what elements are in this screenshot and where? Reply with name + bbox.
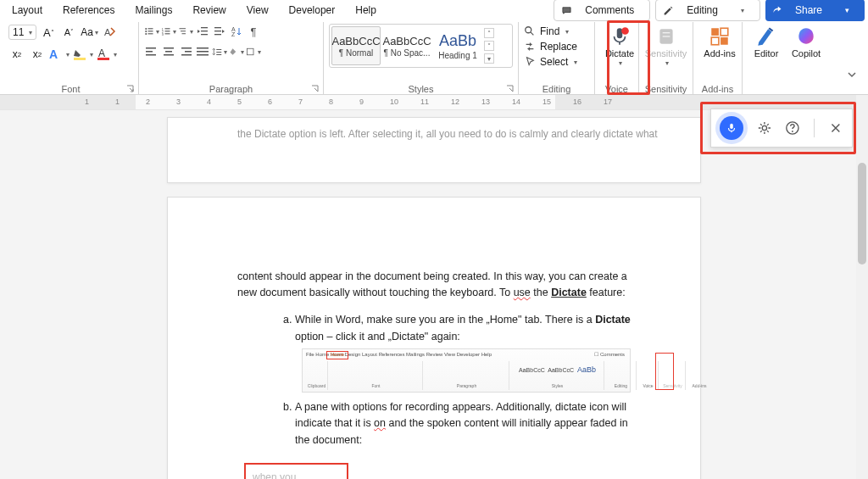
group-paragraph: ▾ 123▾ ▾ AZ ¶ ▾ ▾ ▾ Paragraph bbox=[139, 22, 324, 95]
body-text: content should appear in the document be… bbox=[237, 269, 631, 302]
shrink-font-button[interactable]: A˅ bbox=[60, 24, 77, 41]
align-right-button[interactable] bbox=[178, 44, 193, 59]
share-button[interactable]: Share ▾ bbox=[765, 0, 865, 21]
ruler-tick: 2 bbox=[146, 97, 150, 106]
dictate-button[interactable]: Dictate ▾ bbox=[598, 24, 641, 80]
svg-rect-43 bbox=[248, 48, 254, 55]
find-button[interactable]: Find ▾ bbox=[524, 24, 589, 39]
style-no-spacing[interactable]: AaBbCcC ¶ No Spac... bbox=[382, 26, 431, 65]
paragraph-dialog-launcher[interactable] bbox=[311, 84, 320, 92]
addins-button[interactable]: Add-ins bbox=[698, 24, 741, 80]
svg-rect-2 bbox=[74, 58, 86, 60]
ruler-tick: 10 bbox=[390, 97, 398, 106]
group-label-font: Font bbox=[3, 84, 138, 94]
page-2[interactable]: content should appear in the document be… bbox=[167, 197, 701, 479]
justify-button[interactable] bbox=[195, 44, 210, 59]
subscript-button[interactable]: x2 bbox=[8, 46, 25, 63]
menu-review[interactable]: Review bbox=[184, 2, 234, 19]
style-name: Heading 1 bbox=[438, 51, 477, 60]
align-left-button[interactable] bbox=[144, 44, 159, 59]
comments-button[interactable]: Comments bbox=[554, 0, 650, 21]
style-normal[interactable]: AaBbCcC ¶ Normal bbox=[331, 26, 381, 65]
increase-indent-button[interactable] bbox=[212, 24, 227, 39]
svg-rect-19 bbox=[182, 33, 186, 34]
svg-rect-4 bbox=[97, 58, 109, 60]
font-size-combo[interactable]: 11▾ bbox=[8, 25, 36, 40]
vertical-scrollbar[interactable] bbox=[856, 95, 868, 479]
dictation-mic-button[interactable] bbox=[720, 116, 743, 140]
shading-button[interactable]: ▾ bbox=[229, 44, 244, 59]
editor-button[interactable]: Editor bbox=[748, 24, 785, 80]
show-marks-button[interactable]: ¶ bbox=[246, 24, 261, 39]
svg-point-44 bbox=[526, 27, 531, 33]
microphone-icon bbox=[609, 25, 631, 47]
svg-rect-36 bbox=[181, 54, 192, 56]
svg-rect-39 bbox=[197, 54, 209, 56]
borders-button[interactable]: ▾ bbox=[246, 44, 261, 59]
svg-rect-37 bbox=[197, 47, 209, 49]
change-case-button[interactable]: Aa▾ bbox=[81, 24, 98, 41]
group-voice: Dictate ▾ Voice bbox=[595, 22, 639, 95]
editing-mode-button[interactable]: Editing ▾ bbox=[655, 0, 760, 21]
chevron-down-icon: ▾ bbox=[574, 58, 577, 66]
replace-icon bbox=[524, 41, 536, 53]
page-1[interactable]: the Dictate option is left. After select… bbox=[167, 117, 701, 183]
find-label: Find bbox=[540, 25, 559, 37]
decrease-indent-button[interactable] bbox=[195, 24, 210, 39]
menu-help[interactable]: Help bbox=[347, 2, 385, 19]
line-spacing-button[interactable]: ▾ bbox=[212, 44, 227, 59]
numbering-button[interactable]: 123▾ bbox=[161, 24, 176, 39]
ruler-tick: 7 bbox=[298, 97, 303, 106]
copilot-button[interactable]: Copilot bbox=[787, 24, 825, 80]
style-heading1[interactable]: AaBb Heading 1 bbox=[433, 26, 482, 65]
multilevel-list-button[interactable]: ▾ bbox=[178, 24, 193, 39]
ruler-tick: 14 bbox=[512, 97, 520, 106]
menu-mailings[interactable]: Mailings bbox=[126, 2, 181, 19]
svg-point-9 bbox=[145, 33, 147, 35]
replace-button[interactable]: Replace bbox=[524, 39, 589, 54]
menu-view[interactable]: View bbox=[238, 2, 277, 19]
editor-label: Editor bbox=[754, 48, 779, 58]
select-button[interactable]: Select ▾ bbox=[524, 54, 589, 70]
menu-developer[interactable]: Developer bbox=[281, 2, 344, 19]
font-color-button[interactable]: A▾ bbox=[97, 46, 117, 63]
gear-icon[interactable] bbox=[757, 120, 772, 136]
clear-formatting-button[interactable]: A bbox=[102, 24, 119, 41]
menu-layout[interactable]: Layout bbox=[3, 2, 51, 19]
scroll-thumb[interactable] bbox=[858, 163, 866, 265]
svg-text:Z: Z bbox=[231, 31, 236, 37]
style-name: ¶ No Spac... bbox=[384, 48, 431, 58]
svg-point-7 bbox=[145, 31, 147, 32]
grow-font-button[interactable]: A˄ bbox=[40, 24, 57, 41]
menu-references[interactable]: References bbox=[54, 2, 123, 19]
align-center-button[interactable] bbox=[161, 44, 176, 59]
svg-rect-28 bbox=[146, 47, 156, 49]
ruler-tick: 8 bbox=[329, 97, 333, 106]
help-icon[interactable] bbox=[785, 120, 800, 136]
text-effects-button[interactable]: A▾ bbox=[49, 46, 70, 63]
list-item: While in Word, make sure you are in the … bbox=[295, 312, 631, 393]
list-item: A pane with options for recording appear… bbox=[295, 399, 631, 448]
svg-rect-18 bbox=[181, 31, 186, 31]
styles-dialog-launcher[interactable] bbox=[506, 84, 515, 92]
svg-rect-31 bbox=[164, 47, 174, 49]
font-dialog-launcher[interactable] bbox=[126, 84, 135, 92]
gallery-more-icon[interactable]: ▾ bbox=[484, 53, 494, 64]
comments-label: Comments bbox=[576, 2, 643, 19]
gallery-up-icon[interactable]: ˄ bbox=[484, 28, 494, 38]
editing-mode-label: Editing bbox=[678, 2, 726, 19]
close-icon[interactable] bbox=[828, 120, 843, 136]
highlight-button[interactable]: ▾ bbox=[73, 46, 93, 63]
document-area[interactable]: the Dictate option is left. After select… bbox=[0, 110, 868, 479]
ruler-tick: 1 bbox=[85, 97, 89, 106]
collapse-ribbon-button[interactable] bbox=[839, 22, 865, 94]
svg-rect-33 bbox=[164, 54, 174, 56]
addins-icon bbox=[709, 25, 731, 47]
sort-button[interactable]: AZ bbox=[229, 24, 244, 39]
styles-expand[interactable]: ˄ ˅ ▾ bbox=[484, 26, 496, 65]
gallery-down-icon[interactable]: ˅ bbox=[484, 41, 494, 51]
styles-gallery[interactable]: AaBbCcC ¶ Normal AaBbCcC ¶ No Spac... Aa… bbox=[329, 24, 513, 68]
superscript-button[interactable]: x2 bbox=[29, 46, 46, 63]
addins-label: Add-ins bbox=[704, 48, 735, 58]
bullets-button[interactable]: ▾ bbox=[144, 24, 159, 39]
